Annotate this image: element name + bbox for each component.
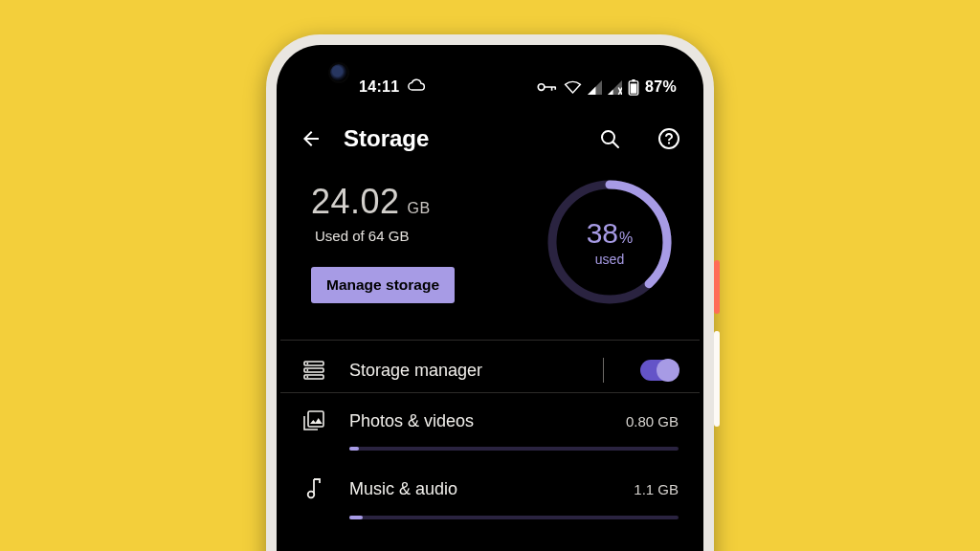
photos-icon	[301, 410, 326, 431]
storage-manager-icon	[301, 361, 326, 380]
storage-summary: 24.02 GB Used of 64 GB Manage storage 38…	[277, 160, 703, 340]
help-button[interactable]	[656, 125, 682, 152]
battery-percent: 87%	[645, 78, 677, 96]
storage-manager-toggle[interactable]	[640, 360, 679, 381]
manage-storage-button[interactable]: Manage storage	[311, 267, 455, 303]
svg-point-0	[538, 84, 545, 91]
used-value: 24.02	[311, 182, 400, 222]
page-title: Storage	[344, 125, 577, 152]
svg-rect-2	[632, 79, 635, 81]
photos-bar	[349, 447, 679, 451]
svg-rect-3	[631, 83, 637, 93]
music-icon	[301, 477, 326, 500]
row-label: Photos & videos	[349, 411, 603, 431]
svg-point-11	[306, 363, 308, 364]
svg-point-15	[308, 492, 315, 498]
row-label: Storage manager	[349, 361, 580, 381]
screen: 14:11	[277, 45, 703, 551]
search-button[interactable]	[596, 125, 623, 152]
app-bar: Storage	[277, 104, 703, 160]
row-value: 1.1 GB	[634, 481, 679, 497]
power-button[interactable]	[714, 260, 720, 314]
svg-point-12	[306, 369, 308, 371]
svg-point-13	[306, 376, 308, 378]
status-time: 14:11	[359, 78, 399, 96]
back-button[interactable]	[298, 125, 324, 152]
ring-label: used	[595, 252, 624, 267]
signal-1-icon	[588, 80, 602, 95]
row-music-audio[interactable]: Music & audio 1.1 GB	[277, 464, 703, 510]
music-bar	[349, 516, 679, 519]
ring-percent: 38	[587, 217, 618, 250]
ring-percent-sign: %	[619, 230, 633, 247]
row-value: 0.80 GB	[626, 413, 679, 430]
cloud-icon	[407, 78, 426, 96]
row-storage-manager[interactable]: Storage manager	[277, 341, 703, 392]
front-camera	[330, 64, 347, 81]
used-unit: GB	[408, 200, 431, 217]
device-frame: 14:11	[266, 34, 714, 551]
signal-2-icon	[608, 80, 622, 95]
vertical-divider	[603, 358, 604, 383]
used-subtitle: Used of 64 GB	[315, 228, 531, 244]
battery-icon	[628, 79, 639, 96]
row-photos-videos[interactable]: Photos & videos 0.80 GB	[277, 393, 703, 441]
vpn-key-icon	[537, 81, 558, 93]
svg-rect-14	[308, 411, 323, 427]
usage-ring: 38 % used	[545, 177, 675, 307]
volume-button[interactable]	[714, 331, 720, 427]
row-label: Music & audio	[349, 479, 611, 499]
wifi-icon	[564, 80, 582, 95]
